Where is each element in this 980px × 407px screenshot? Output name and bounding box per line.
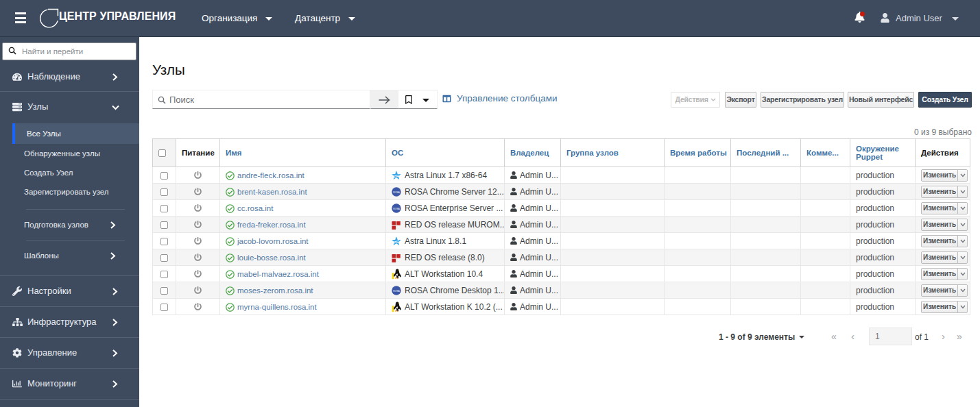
svg-text:ROSA: ROSA <box>393 208 400 210</box>
svg-text:ROSA: ROSA <box>393 191 400 194</box>
svg-text:ROSA: ROSA <box>393 290 400 293</box>
